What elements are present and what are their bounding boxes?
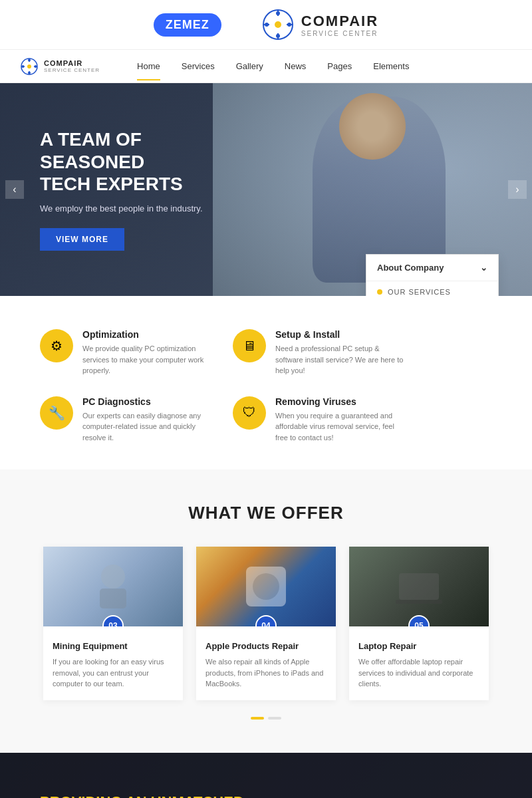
services-section: ⚙ Optimization We provide quality PC opt… [0,296,532,469]
svg-point-20 [101,565,125,589]
cta-text: PROVIDING AN UNMATCHED LEVEL OF QUALITY … [40,793,279,799]
hero-content: A TEAM OF SEASONED TECH EXPERTS We emplo… [0,102,266,277]
svg-point-16 [28,59,31,61]
nav-links: Home Services Gallery News Pages Element… [126,52,420,80]
offer-card-title-mining: Mining Equipment [53,641,174,651]
svg-point-9 [287,23,291,27]
svg-point-8 [265,23,269,27]
nav-item-gallery[interactable]: Gallery [225,52,274,80]
nav-link-elements[interactable]: Elements [362,52,420,80]
service-title-diagnostics: PC Diagnostics [82,396,213,407]
service-title-setup: Setup & Install [275,329,406,340]
offer-dot-2[interactable] [268,717,281,720]
nav-item-pages[interactable]: Pages [317,52,362,80]
offer-card-title-apple: Apple Products Repair [205,641,327,651]
offer-card-img-mining: 03 [43,547,183,626]
offer-title: WHAT WE OFFER [27,503,505,523]
optimization-icon: ⚙ [40,329,73,362]
offer-card-img-apple: 04 [196,547,336,626]
service-title-viruses: Removing Viruses [275,396,406,407]
brand-name: COMPAIR SERVICE CENTER [301,13,378,37]
offer-card-img-laptop: 05 [349,547,489,626]
offer-card-desc-mining: If you are looking for an easy virus rem… [53,656,174,690]
offer-card-laptop: 05 Laptop Repair We offer affordable lap… [349,547,489,700]
hero-arrow-right[interactable]: › [508,180,527,199]
nav-link-pages[interactable]: Pages [317,52,362,80]
nav-link-news[interactable]: News [274,52,317,80]
about-dropdown-item-services[interactable]: OUR SERVICES [366,281,498,296]
setup-icon: 🖥 [233,329,266,362]
service-title-optimization: Optimization [82,329,213,340]
offer-dot-1[interactable] [251,717,264,720]
nav-brand: COMPAIR SERVICE CENTER [20,57,100,76]
dropdown-arrow-icon: ⌄ [480,263,487,273]
service-item-viruses: 🛡 Removing Viruses When you require a gu… [233,396,406,444]
svg-point-17 [28,71,31,74]
svg-point-11 [27,65,31,68]
svg-rect-21 [100,589,126,608]
offer-section: WHAT WE OFFER 03 Mining Equipment If you… [0,469,532,753]
svg-point-1 [275,21,281,28]
cta-title: PROVIDING AN UNMATCHED LEVEL OF QUALITY … [40,793,279,799]
offer-card-apple: 04 Apple Products Repair We also repair … [196,547,336,700]
diagnostics-icon: 🔧 [40,396,73,430]
service-item-diagnostics: 🔧 PC Diagnostics Our experts can easily … [40,396,213,444]
offer-card-desc-laptop: We offer affordable laptop repair servic… [358,656,479,690]
nav-item-services[interactable]: Services [171,52,225,80]
nav-item-home[interactable]: Home [126,52,171,80]
service-desc-optimization: We provide quality PC optimization servi… [82,343,213,376]
nav-link-services[interactable]: Services [171,52,225,80]
svg-point-18 [22,65,25,68]
offer-card-title-laptop: Laptop Repair [358,641,479,651]
hero-subtitle: We employ the best people in the industr… [40,203,226,213]
service-desc-viruses: When you require a guaranteed and afford… [275,410,406,444]
service-item-optimization: ⚙ Optimization We provide quality PC opt… [40,329,213,376]
service-desc-diagnostics: Our experts can easily diagnose any comp… [82,410,213,444]
hero-cta-button[interactable]: VIEW MORE [40,228,124,251]
nav-brand-text: COMPAIR SERVICE CENTER [44,59,100,73]
offer-dots [27,717,505,720]
svg-point-7 [276,34,280,38]
offer-card-desc-apple: We also repair all kinds of Apple produc… [205,656,327,690]
about-dropdown-header[interactable]: About Company ⌄ [366,255,498,281]
svg-point-19 [35,65,37,68]
svg-point-23 [253,573,279,600]
nav-link-home[interactable]: Home [126,52,171,80]
service-item-setup: 🖥 Setup & Install Need a professional PC… [233,329,406,376]
svg-rect-24 [399,573,439,600]
hero-title: A TEAM OF SEASONED TECH EXPERTS [40,128,226,196]
offer-cards: 03 Mining Equipment If you are looking f… [27,547,505,700]
hero-arrow-left[interactable]: ‹ [5,180,24,199]
nav-item-elements[interactable]: Elements [362,52,420,80]
svg-point-6 [276,11,280,15]
nav-brand-icon [20,57,39,76]
top-bar: ZEMEZ COMPAIR SERVICE CENTER [0,0,532,50]
dot-icon [377,289,382,295]
nav-item-news[interactable]: News [274,52,317,80]
brand-logo: COMPAIR SERVICE CENTER [261,8,378,41]
svg-rect-25 [396,600,442,604]
hero-section: A TEAM OF SEASONED TECH EXPERTS We emplo… [0,83,532,296]
zemez-logo[interactable]: ZEMEZ [154,13,221,37]
service-desc-setup: Need a professional PC setup & software … [275,343,406,376]
cta-banner: PROVIDING AN UNMATCHED LEVEL OF QUALITY … [0,753,532,799]
services-grid: ⚙ Optimization We provide quality PC opt… [40,329,406,443]
offer-card-mining: 03 Mining Equipment If you are looking f… [43,547,183,700]
navbar: COMPAIR SERVICE CENTER Home Services Gal… [0,50,532,83]
brand-icon [261,8,295,41]
nav-link-gallery[interactable]: Gallery [225,52,274,80]
about-dropdown: About Company ⌄ OUR SERVICES OUR MISSION… [366,254,499,296]
viruses-icon: 🛡 [233,396,266,430]
